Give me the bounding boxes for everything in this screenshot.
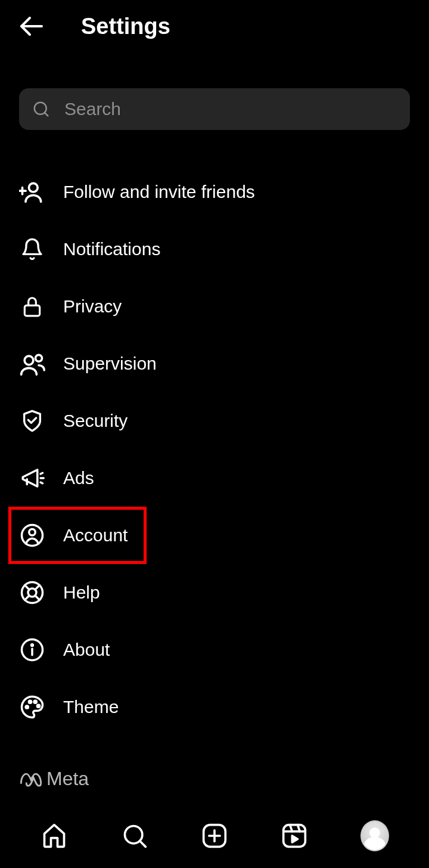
shield-check-icon [19,408,45,434]
list-item-follow-invite[interactable]: Follow and invite friends [19,163,410,221]
list-item-label: Supervision [63,354,157,374]
list-item-help[interactable]: Help [19,564,410,621]
svg-line-28 [139,841,145,847]
list-item-label: Security [63,411,128,431]
svg-line-16 [25,585,29,590]
svg-line-11 [41,482,43,483]
svg-rect-32 [284,825,306,847]
bell-icon [19,236,45,262]
meta-icon [19,771,43,788]
info-icon [19,637,45,663]
svg-point-24 [29,700,31,703]
list-item-label: Privacy [63,296,122,317]
svg-marker-36 [293,836,298,842]
svg-line-9 [41,473,43,474]
page-title: Settings [81,14,170,39]
search-container[interactable] [19,88,410,130]
nav-create[interactable] [200,822,229,850]
svg-line-18 [35,585,39,590]
svg-line-19 [25,596,29,600]
search-icon [122,823,148,849]
lock-icon [19,293,45,320]
list-item-supervision[interactable]: Supervision [19,335,410,392]
svg-point-22 [32,644,33,646]
header: Settings [0,0,429,52]
people-icon [19,351,45,377]
list-item-theme[interactable]: Theme [19,678,410,736]
person-circle-icon [19,522,45,548]
bottom-navigation [0,804,429,868]
list-item-label: Ads [63,468,94,488]
list-item-account[interactable]: Account [8,507,147,564]
lifebuoy-icon [19,579,45,606]
list-item-security[interactable]: Security [19,392,410,450]
list-item-ads[interactable]: Ads [19,450,410,507]
svg-point-7 [24,356,33,365]
reels-icon [281,823,307,849]
svg-rect-6 [24,305,39,315]
nav-reels[interactable] [280,822,309,850]
add-person-icon [19,179,45,205]
list-item-label: Follow and invite friends [63,182,255,202]
settings-list: Follow and invite friends Notifications … [0,163,429,736]
plus-square-icon [201,823,228,849]
megaphone-icon [19,465,45,491]
list-item-label: Account [63,525,128,545]
nav-search[interactable] [120,822,149,850]
svg-line-2 [45,113,48,116]
list-item-notifications[interactable]: Notifications [19,221,410,278]
back-button[interactable] [17,12,45,41]
svg-point-26 [37,705,39,707]
list-item-label: Theme [63,697,119,717]
svg-line-17 [35,596,39,600]
meta-brand: Meta [19,768,410,790]
nav-home[interactable] [40,822,69,850]
svg-point-23 [26,706,28,708]
list-item-label: Help [63,582,100,603]
home-icon [41,823,67,849]
list-item-label: About [63,640,110,660]
nav-profile[interactable] [360,822,389,850]
search-input[interactable] [64,99,397,119]
list-item-label: Notifications [63,239,160,259]
svg-point-3 [29,183,38,192]
avatar-icon [360,820,389,851]
search-icon [32,100,50,118]
svg-point-8 [36,355,42,361]
meta-brand-text: Meta [46,768,89,790]
arrow-left-icon [17,12,45,41]
palette-icon [19,694,45,720]
list-item-privacy[interactable]: Privacy [19,278,410,335]
list-item-about[interactable]: About [19,621,410,678]
svg-point-13 [29,529,36,536]
svg-point-25 [34,700,36,703]
